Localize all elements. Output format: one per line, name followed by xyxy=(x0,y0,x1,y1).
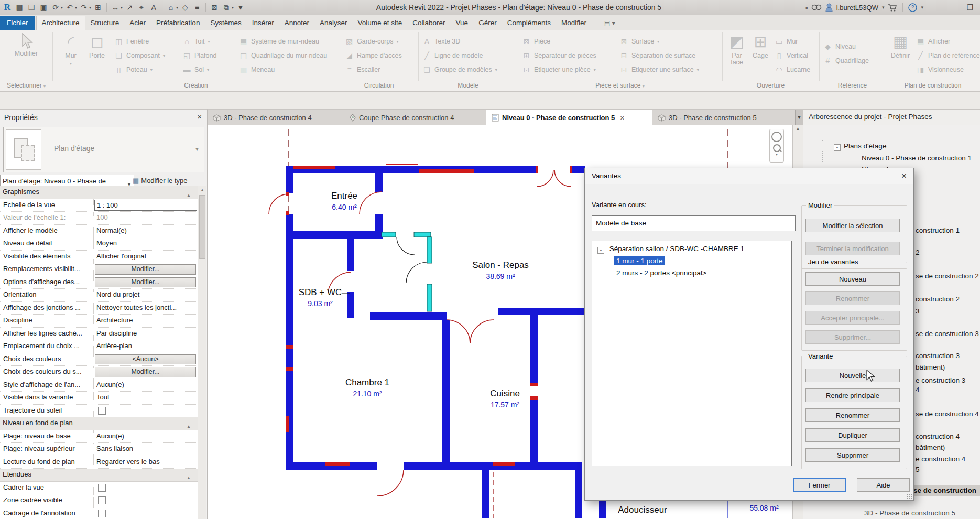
user-avatar-icon[interactable] xyxy=(825,3,833,12)
ribbon-item-grid[interactable]: #Quadrillage xyxy=(823,54,882,68)
view-tab-list-icon[interactable]: ▼ xyxy=(797,114,802,120)
tree-item-fragment[interactable]: 4 xyxy=(916,386,920,394)
finish-editing-button[interactable]: Terminer la modification xyxy=(805,242,900,255)
zoom-icon[interactable] xyxy=(773,144,781,152)
delete-set-button[interactable]: Supprimer... xyxy=(805,330,900,344)
measure-icon[interactable]: ↔ xyxy=(110,2,121,13)
panel-label-selectionner[interactable]: Sélectionner ▾ xyxy=(0,82,52,91)
tab-volume-et-site[interactable]: Volume et site xyxy=(353,16,408,30)
ribbon-item-model-line[interactable]: ╱Ligne de modèle xyxy=(422,49,517,62)
tree-item-fragment[interactable]: se de construction 2 xyxy=(916,272,979,280)
dropdown-arrow-icon[interactable]: ▾ xyxy=(75,5,77,10)
opening-by-face-button[interactable]: ◩ Par face xyxy=(725,33,748,66)
resize-grip[interactable] xyxy=(907,493,912,499)
tab-prefabrication[interactable]: Préfabrication xyxy=(151,16,205,30)
ribbon-item-level[interactable]: ◆Niveau xyxy=(823,40,882,53)
ribbon-item-ramp[interactable]: ◢Rampe d'accès xyxy=(345,49,417,62)
tab-gerer[interactable]: Gérer xyxy=(473,16,502,30)
ribbon-item-room-separator[interactable]: ⊞Séparateur de pièces xyxy=(522,49,617,62)
tree-item-fragment[interactable]: bâtiment) xyxy=(916,363,945,371)
panel-label-piece-et-surface[interactable]: Pièce et surface ▾ xyxy=(518,82,722,91)
new-variant-button[interactable]: Nouvelle xyxy=(805,369,900,382)
properties-scrollbar[interactable]: ▲ xyxy=(198,186,206,519)
door-button[interactable]: ◻ Porte xyxy=(85,33,109,59)
variant-tree[interactable]: - Séparation sallon / SDB-WC -CHAMBRE 1 … xyxy=(592,241,792,466)
tree-item-fragment[interactable]: 5 xyxy=(916,466,920,473)
help-button[interactable]: Aide xyxy=(857,478,910,492)
tree-item-fragment[interactable]: construction 1 xyxy=(916,226,960,234)
shaft-opening-button[interactable]: ⊞ Cage xyxy=(749,33,771,59)
close-tab-icon[interactable]: × xyxy=(620,114,624,122)
section-niveau-fond-de-plan[interactable]: Niveau en fond de plan▲ xyxy=(0,417,198,430)
ribbon-item-viewer[interactable]: ◨Visionneuse xyxy=(916,63,980,77)
tree-item-fragment[interactable]: construction 2 xyxy=(916,295,960,303)
ribbon-item-dormer[interactable]: ◠Lucarne xyxy=(775,63,819,77)
tree-item-3d-phase-5[interactable]: 3D - Phase de construction 5 xyxy=(864,509,955,517)
dropdown-arrow-icon[interactable]: ▾ xyxy=(89,5,91,10)
sync-icon[interactable]: ⟳ xyxy=(50,2,61,13)
tree-item-fragment[interactable]: se de construction 3 xyxy=(916,330,979,338)
collapse-box-icon[interactable]: - xyxy=(597,247,604,254)
redo-icon[interactable]: ↷ xyxy=(79,2,89,13)
room-tag-salon-repas[interactable]: Salon - Repas38.69 m² xyxy=(459,260,542,280)
ribbon-item-wall-opening[interactable]: ▭Mur xyxy=(775,35,819,48)
tab-fichier[interactable]: Fichier xyxy=(0,16,35,30)
collapse-box-icon[interactable]: - xyxy=(834,144,841,151)
switch-windows-icon[interactable]: ⧉ xyxy=(221,2,232,13)
crop-region-visible-checkbox[interactable] xyxy=(98,496,106,504)
make-primary-button[interactable]: Rendre principale xyxy=(805,388,900,402)
wall-button[interactable]: ◜ Mur▾ xyxy=(59,33,83,67)
tree-item-fragment[interactable]: 2 xyxy=(916,248,920,256)
rename-variant-button[interactable]: Renommer xyxy=(805,408,900,422)
customize-qat-icon[interactable]: ▾ xyxy=(235,2,246,13)
print-icon[interactable]: ⊞ xyxy=(93,2,103,13)
ribbon-item-mullion[interactable]: ▥Meneau xyxy=(239,63,339,77)
tab-modifier[interactable]: Modifier xyxy=(556,16,592,30)
modify-button[interactable]: Modifier xyxy=(12,33,41,57)
ribbon-item-column[interactable]: ▯Poteau▾ xyxy=(114,63,176,77)
scroll-up-icon[interactable]: ▲ xyxy=(198,186,206,194)
collapse-arrow-icon[interactable]: ◂ xyxy=(805,5,808,10)
text-icon[interactable]: A xyxy=(148,2,159,13)
variant-set-row[interactable]: - Séparation sallon / SDB-WC -CHAMBRE 1 xyxy=(597,245,744,254)
ribbon-item-curtain-system[interactable]: ▦Système de mur-rideau xyxy=(239,35,339,48)
room-tag-cuisine[interactable]: Cuisine17.57 m² xyxy=(477,388,532,409)
type-selector[interactable]: Plan d'étage ▼ xyxy=(3,127,204,172)
tree-item-fragment[interactable]: construction 3 xyxy=(916,352,960,360)
edit-display-options-button[interactable]: Modifier... xyxy=(95,277,196,288)
tab-vue[interactable]: Vue xyxy=(451,16,474,30)
new-set-button[interactable]: Nouveau xyxy=(805,272,900,286)
delete-variant-button[interactable]: Supprimer xyxy=(805,448,900,462)
edit-type-button[interactable]: ▦Modifier le type xyxy=(133,175,206,187)
undo-icon[interactable]: ↶ xyxy=(64,2,75,13)
navigation-bar[interactable]: ▾ xyxy=(769,129,784,163)
dropdown-arrow-icon[interactable]: ▾ xyxy=(176,5,178,10)
color-scheme-button[interactable]: <Aucun> xyxy=(95,354,196,365)
tab-analyser[interactable]: Analyser xyxy=(314,16,353,30)
scroll-up-icon[interactable]: ▲ xyxy=(793,125,803,134)
modify-selection-button[interactable]: Modifier la sélection xyxy=(805,219,900,232)
scrollbar-thumb[interactable] xyxy=(199,195,205,259)
tab-structure[interactable]: Structure xyxy=(85,16,125,30)
tree-item-active-view[interactable]: se de construction xyxy=(911,485,980,496)
tree-item-fragment[interactable]: construction 4 xyxy=(916,433,960,440)
ribbon-display-toggle-icon[interactable]: ▤ ▾ xyxy=(604,19,615,30)
room-tag-entree[interactable]: Entrée6.40 m² xyxy=(321,191,368,211)
tree-item-fragment[interactable]: e construction 4 xyxy=(916,455,965,463)
tab-acier[interactable]: Acier xyxy=(124,16,151,30)
section-etendues[interactable]: Etendues▲ xyxy=(0,469,198,482)
tree-item-fragment[interactable]: bâtiment) xyxy=(916,444,945,451)
search-icon[interactable] xyxy=(811,4,822,11)
aligned-dimension-icon[interactable]: ↗ xyxy=(124,2,135,13)
ribbon-item-model-group[interactable]: ❏Groupe de modèles▾ xyxy=(422,63,517,77)
annotation-crop-checkbox[interactable] xyxy=(98,510,106,517)
dropdown-arrow-icon[interactable]: ▾ xyxy=(121,5,123,10)
maximize-button[interactable]: ❐ xyxy=(963,3,977,12)
edit-color-scheme-button[interactable]: Modifier... xyxy=(95,367,196,377)
tab-collaborer[interactable]: Collaborer xyxy=(407,16,450,30)
tree-item-niveau-0-phase-1[interactable]: Niveau 0 - Phase de construction 1 xyxy=(862,154,972,162)
tag-icon[interactable]: ⌖ xyxy=(136,2,147,13)
signed-in-user[interactable]: l.buretL53QW xyxy=(836,4,878,12)
view-tab-niveau-0-phase-5[interactable]: Niveau 0 - Phase de construction 5 × xyxy=(486,110,652,125)
current-variant-field[interactable]: Modèle de base xyxy=(592,215,796,231)
